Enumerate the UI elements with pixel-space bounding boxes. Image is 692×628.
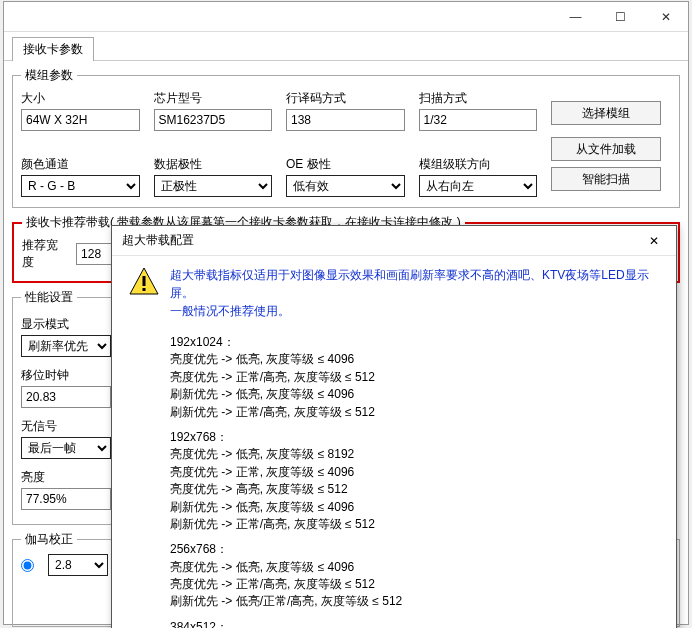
scan-label: 扫描方式 — [419, 90, 538, 107]
shift-clock-input[interactable] — [21, 386, 111, 408]
tab-row: 接收卡参数 — [4, 32, 688, 61]
svg-rect-1 — [143, 276, 146, 286]
decode-input[interactable] — [286, 109, 405, 131]
oe-label: OE 极性 — [286, 156, 405, 173]
dialog-header: 超大带载配置 ✕ — [112, 226, 676, 256]
data-polarity-label: 数据极性 — [154, 156, 273, 173]
dialog-message: 超大带载指标仅适用于对图像显示效果和画面刷新率要求不高的酒吧、KTV夜场等LED… — [170, 266, 660, 320]
module-legend: 模组参数 — [21, 67, 77, 84]
display-mode-select[interactable]: 刷新率优先 — [21, 335, 111, 357]
no-signal-select[interactable]: 最后一帧 — [21, 437, 111, 459]
color-label: 颜色通道 — [21, 156, 140, 173]
smart-scan-button[interactable]: 智能扫描 — [551, 167, 661, 191]
load-from-file-button[interactable]: 从文件加载 — [551, 137, 661, 161]
cascade-label: 模组级联方向 — [419, 156, 538, 173]
svg-rect-2 — [143, 288, 146, 291]
titlebar: — ☐ ✕ — [4, 2, 688, 32]
cascade-select[interactable]: 从右向左 — [419, 175, 538, 197]
super-load-dialog: 超大带载配置 ✕ 超大带载指标仅适用于对图像显示效果和画面刷新率要求不高的酒吧、… — [111, 225, 677, 628]
select-module-button[interactable]: 选择模组 — [551, 101, 661, 125]
gamma-legend: 伽马校正 — [21, 531, 77, 548]
gamma-radio[interactable] — [21, 559, 34, 572]
display-mode-label: 显示模式 — [21, 316, 123, 333]
no-signal-label: 无信号 — [21, 418, 123, 435]
size-label: 大小 — [21, 90, 140, 107]
shift-clock-label: 移位时钟 — [21, 367, 123, 384]
decode-label: 行译码方式 — [286, 90, 405, 107]
close-button[interactable]: ✕ — [643, 2, 688, 31]
module-params-group: 模组参数 大小 芯片型号 行译码方式 扫描方式 选择模组 颜色通道 R - G … — [12, 67, 680, 208]
color-select[interactable]: R - G - B — [21, 175, 140, 197]
performance-legend: 性能设置 — [21, 289, 77, 306]
chip-input[interactable] — [154, 109, 273, 131]
size-input[interactable] — [21, 109, 140, 131]
dialog-title: 超大带载配置 — [122, 232, 194, 249]
data-polarity-select[interactable]: 正极性 — [154, 175, 273, 197]
scan-input[interactable] — [419, 109, 538, 131]
tab-receive-card[interactable]: 接收卡参数 — [12, 37, 94, 61]
maximize-button[interactable]: ☐ — [598, 2, 643, 31]
mode-list: 192x1024： 亮度优先 -> 低亮, 灰度等级 ≤ 4096亮度优先 ->… — [112, 324, 676, 628]
gamma-value-select[interactable]: 2.8 — [48, 554, 108, 576]
dialog-close-button[interactable]: ✕ — [631, 226, 676, 256]
rec-width-label: 推荐宽度 — [22, 237, 66, 271]
warning-icon — [128, 266, 160, 298]
brightness-input[interactable] — [21, 488, 111, 510]
oe-select[interactable]: 低有效 — [286, 175, 405, 197]
chip-label: 芯片型号 — [154, 90, 273, 107]
brightness-label: 亮度 — [21, 469, 123, 486]
minimize-button[interactable]: — — [553, 2, 598, 31]
